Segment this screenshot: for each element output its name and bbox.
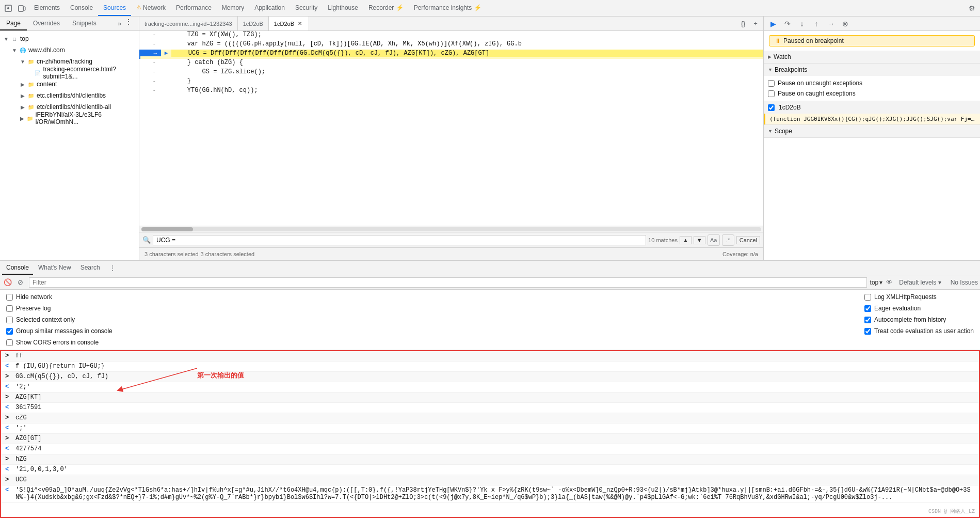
eager-eval-cb[interactable] [864,305,871,312]
pause-uncaught-checkbox[interactable] [768,80,775,87]
autocomplete-cb[interactable] [864,317,871,323]
console-eye-btn[interactable]: 👁 [883,277,895,288]
svg-rect-2 [19,6,23,11]
tree-item-iferbynl[interactable]: ▶ 📁 iFERbYNl/aiX-3L/e3LF6 i/OR/wiOmhN... [0,113,139,124]
tree-item-top[interactable]: ▼ □ top [0,33,139,44]
code-tab-1cd2ob-1[interactable]: 1cD2oB [238,17,269,30]
resume-btn[interactable]: ▶ [767,18,779,30]
prev-match-btn[interactable]: ▲ [680,236,692,244]
hide-network-row[interactable]: Hide network [6,292,113,302]
match-case-btn[interactable]: Aa [708,234,720,246]
regex-btn[interactable]: .* [722,234,734,246]
tree-label-clientlibs: etc.clientlibs/dhl/clientlibs [37,92,106,99]
tree-item-content[interactable]: ▶ 📁 content [0,79,139,90]
step-over-btn[interactable]: ↷ [781,18,794,30]
autocomplete-row[interactable]: Autocomplete from history [864,315,974,325]
tree-item-tracking-file[interactable]: ▶ 📄 tracking-ecommerce.html?submit=1&... [0,67,139,79]
breakpoints-section-header[interactable]: ▼ Breakpoints [764,64,980,76]
watch-section-header[interactable]: ▶ Watch [764,51,980,63]
tab-elements[interactable]: Elements [29,0,65,16]
h-scroll-track[interactable] [141,227,761,231]
subtab-more[interactable]: » [114,20,125,27]
subtab-overrides[interactable]: Overrides [27,17,66,30]
tree-item-clientlibs[interactable]: ▶ 📁 etc.clientlibs/dhl/clientlibs [0,90,139,101]
pause-caught-checkbox[interactable] [768,90,775,97]
step-out-btn[interactable]: ↑ [810,18,823,30]
console-tab-more[interactable]: ⋮ [105,264,120,272]
group-similar-cb[interactable] [6,328,13,335]
search-input[interactable] [153,235,646,245]
code-line-3: → ▶ UCG = Dff(Dff(Dff(Dff(Dff(Dff(GG.DcM… [139,50,763,59]
code-tab-1cd2ob-2[interactable]: 1cD2oB ✕ [269,17,309,30]
tab-performance[interactable]: Performance [171,0,217,16]
pause-uncaught-row[interactable]: Pause on uncaught exceptions [768,78,976,88]
selected-chars: 3 characters selected [201,251,255,257]
tab-recorder[interactable]: Recorder ⚡ [363,0,409,16]
code-line-4: - } catch (bZG) { [139,59,763,68]
file-breakpoint-section: 1cD2oB (function JGG0IKV8Xx(){CG();qJG()… [764,101,980,125]
treat-eval-row[interactable]: Treat code evaluation as user action [864,326,974,336]
eager-eval-row[interactable]: Eager evaluation [864,303,974,313]
file-breakpoint-checkbox[interactable] [768,104,775,111]
selected-context-cb[interactable] [6,317,13,323]
code-tab-tracking[interactable]: tracking-ecomme...ing-id=1232343 [139,17,238,30]
tree-item-domain[interactable]: ▼ 🌐 www.dhl.com [0,44,139,56]
subtab-dots-menu[interactable]: ⋮ [125,18,137,29]
show-cors-cb[interactable] [6,339,13,346]
folder-icon-tracking: 📁 [27,59,35,65]
tab-sources[interactable]: Sources [98,0,131,16]
show-cors-row[interactable]: Show CORS errors in console [6,337,113,348]
scope-section-header[interactable]: ▼ Scope [764,125,980,137]
format-btn[interactable]: {} [737,18,749,29]
clear-console-btn[interactable]: 🚫 [2,277,13,288]
line-num-2: - [139,40,160,47]
console-entry-ff-input: > ff [1,351,979,362]
tab-application[interactable]: Application [249,0,290,16]
log-xhr-row[interactable]: Log XMLHttpRequests [864,292,974,302]
text-czg: cZG [15,414,975,421]
tab-console[interactable]: Console [65,0,98,16]
console-tab-whats-new[interactable]: What's New [34,261,75,275]
pause-icon: ⏸ [775,37,781,44]
h-scrollbar[interactable] [139,226,763,232]
code-line-7: - YTG(GG.hN(hD, cq)); [139,87,763,96]
console-output[interactable]: 第一次输出的值 > ff < f (IU,GU){return IU+GU;} [0,350,980,518]
log-xhr-cb[interactable] [864,294,871,301]
hide-network-cb[interactable] [6,294,13,301]
preserve-log-row[interactable]: Preserve log [6,303,113,313]
add-script-btn[interactable]: + [750,18,761,29]
subtab-snippets[interactable]: Snippets [66,17,103,30]
default-levels-btn[interactable]: Default levels ▾ [896,279,944,286]
h-scroll-thumb[interactable] [141,227,193,231]
console-filter-input[interactable] [29,277,867,288]
source-code-area[interactable]: - TZG = Xf(XW(), TZG); - var hZG = (((((… [139,31,763,226]
device-toolbar-btn[interactable] [15,2,28,14]
group-similar-row[interactable]: Group similar messages in console [6,326,113,336]
step-btn[interactable]: → [825,18,837,30]
context-dropdown[interactable]: top ▾ [870,279,883,286]
file-breakpoint-header[interactable]: 1cD2oB [764,101,980,114]
pause-caught-row[interactable]: Pause on caught exceptions [768,88,976,99]
console-tab-search[interactable]: Search [76,261,104,275]
tree-arrow-top: ▼ [2,36,10,42]
tab-network[interactable]: ⚠ Network [131,0,171,16]
tab-lighthouse[interactable]: Lighthouse [323,0,363,16]
treat-eval-cb[interactable] [864,328,871,335]
inspect-element-btn[interactable] [2,2,14,14]
tab-perf-insights[interactable]: Performance insights ⚡ [409,0,487,16]
tab-memory[interactable]: Memory [217,0,249,16]
code-tab-close-btn[interactable]: ✕ [296,20,303,27]
subtab-page[interactable]: Page [0,17,27,30]
prompt-azgkt: > [5,394,12,401]
cancel-search-btn[interactable]: Cancel [736,236,760,244]
step-into-btn[interactable]: ↓ [796,18,808,30]
settings-btn[interactable]: ⚙ [966,2,978,14]
deactivate-btn[interactable]: ⊗ [839,18,852,30]
text-azgkt: AZG[KT] [15,394,975,401]
tab-security[interactable]: Security [290,0,323,16]
coverage-bar: 3 characters selected 3 characters selec… [139,247,763,260]
console-tab-console[interactable]: Console [2,261,33,275]
preserve-log-cb[interactable] [6,305,13,312]
selected-context-row[interactable]: Selected context only [6,315,113,325]
next-match-btn[interactable]: ▼ [694,236,705,244]
